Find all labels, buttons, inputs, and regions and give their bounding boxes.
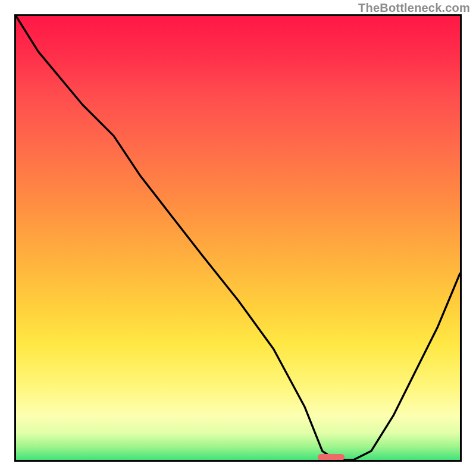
plot-area xyxy=(14,14,462,462)
bottleneck-curve xyxy=(16,16,460,460)
bottleneck-chart: TheBottleneck.com xyxy=(0,0,476,476)
curve-layer xyxy=(16,16,460,460)
watermark-text: TheBottleneck.com xyxy=(358,1,470,15)
optimal-range-marker xyxy=(318,454,345,461)
